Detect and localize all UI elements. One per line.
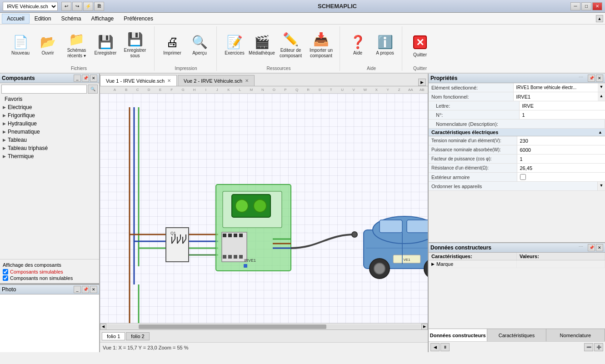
composants-pin-btn[interactable]: 📌 (82, 75, 89, 82)
donnees-close-btn[interactable]: ✕ (596, 244, 603, 251)
editeur-composant-button[interactable]: ✏️ Editeur de composant (276, 29, 305, 63)
svg-point-56 (374, 263, 385, 274)
apercu-button[interactable]: 🔍 Aperçu (186, 29, 213, 63)
composants-search-input[interactable] (1, 85, 87, 94)
exercices-button[interactable]: 📝 Exercices (221, 29, 248, 63)
photo-close-btn[interactable]: ✕ (90, 286, 97, 293)
scroll-thumb-h[interactable] (139, 324, 326, 329)
proprietes-panel: Propriétés ···· 📌 ✕ Elément sélectionné:… (429, 74, 605, 243)
tree-item-frigorifique[interactable]: ▶ Frigorifique (0, 111, 99, 120)
close-button[interactable]: ✕ (592, 2, 602, 10)
donnees-tab-constructeurs[interactable]: Données constructeurs (429, 329, 487, 341)
scroll-right-btn[interactable]: ▶ (421, 324, 428, 330)
importer-composant-button[interactable]: 📥 Importer un composant (306, 29, 336, 63)
svg-point-46 (235, 199, 248, 212)
ouvrir-button[interactable]: 📂 Ouvrir (35, 29, 61, 63)
menu-preferences[interactable]: Préférences (119, 14, 158, 24)
imprimer-button[interactable]: 🖨 Imprimer (159, 29, 185, 63)
menu-schema[interactable]: Schéma (56, 14, 86, 24)
enregistrer-sous-button[interactable]: 💾 Enregistrer sous (120, 29, 150, 63)
toolbar-group-ressources: 📝 Exercices 🎬 Médiathèque ✏️ Editeur de … (218, 26, 340, 71)
composants-close-btn[interactable]: ✕ (90, 75, 97, 82)
prop-element-row: Elément sélectionné: IRVE1 Borne véhicul… (429, 83, 605, 92)
donnees-tab-nomenclature[interactable]: Nomenclature (546, 329, 605, 341)
menu-affichage[interactable]: Affichage (86, 14, 119, 24)
folio-2-tab[interactable]: folio 2 (126, 332, 149, 340)
ruler-label-J: J (211, 88, 223, 92)
tab-vue1-close[interactable]: ✕ (167, 78, 171, 83)
tree-item-electrique[interactable]: ▶ Electrique (0, 103, 99, 111)
prop-element-expand[interactable]: ▼ (598, 83, 605, 90)
prop-facteur-label: Facteur de puissance (cos φ): (429, 155, 517, 163)
scroll-left-btn[interactable]: ◀ (100, 324, 106, 330)
impression-group-label: Impression (175, 65, 197, 71)
composants-search-button[interactable]: 🔍 (88, 85, 98, 94)
prop-ordonner-collapse[interactable]: ▼ (598, 182, 605, 189)
photo-minimize-btn[interactable]: _ (74, 286, 81, 293)
schema-content[interactable]: T1 Q1 (100, 94, 428, 323)
ruler-label-B: B (120, 88, 132, 92)
donnees-cell-marque-label: ▶ Marque (429, 260, 517, 268)
menu-edition[interactable]: Edition (30, 14, 56, 24)
scroll-track-h[interactable] (107, 324, 420, 329)
tree-item-thermique[interactable]: ▶ Thermique (0, 152, 99, 160)
file-selector[interactable]: IRVE Véhicule.sch (3, 2, 58, 11)
toolbar-collapse-btn[interactable]: ▲ (596, 15, 603, 22)
favoris-label: Favoris (5, 96, 22, 102)
nouveau-icon: 📄 (13, 36, 29, 49)
schemas-recents-button[interactable]: 📁 Schémas récents ▾ (62, 29, 91, 63)
donnees-prev-btn[interactable]: ◀ (430, 343, 440, 351)
mediatheque-button[interactable]: 🎬 Médiathèque (249, 29, 275, 63)
prop-lettre-row: Lettre: IRVE (429, 101, 605, 110)
non-simulables-checkbox[interactable] (3, 275, 8, 281)
menu-accueil[interactable]: Accueil (2, 14, 30, 24)
prop-car-elec-collapse[interactable]: ▲ (598, 130, 602, 135)
exterieur-checkbox[interactable] (520, 174, 526, 180)
tree-item-hydraulique[interactable]: ▶ Hydraulique (0, 120, 99, 128)
tree-item-tableau[interactable]: ▶ Tableau (0, 136, 99, 144)
scroll-h-bar: ◀ ▶ (100, 323, 428, 329)
tab-vue1[interactable]: Vue 1 - IRVE Véhicule.sch ✕ (100, 75, 177, 86)
nouveau-button[interactable]: 📄 Nouveau (7, 29, 34, 63)
schema-canvas[interactable]: T1 Q1 (100, 94, 428, 323)
restore-button[interactable]: □ (581, 2, 591, 10)
a-propos-button[interactable]: ℹ️ A propos (372, 29, 398, 63)
tree-item-favoris[interactable]: Favoris (0, 95, 99, 103)
photo-pin-btn[interactable]: 📌 (82, 286, 89, 293)
redo-button[interactable]: ↪ (72, 2, 82, 11)
enregistrer-button[interactable]: 💾 Enregistrer (92, 29, 119, 63)
donnees-pin-btn[interactable]: 📌 (588, 244, 595, 251)
prop-nom-collapse[interactable]: ▲ (598, 92, 605, 100)
donnees-zoom-in-btn[interactable]: ➕ (594, 343, 603, 351)
prop-close-btn[interactable]: ✕ (596, 75, 603, 82)
composants-minimize-btn[interactable]: _ (74, 75, 81, 82)
donnees-zoom-out-btn[interactable]: ➖ (584, 343, 593, 351)
simulables-checkbox[interactable] (3, 269, 8, 274)
tabs-scroll-right[interactable]: ▶ (418, 79, 426, 86)
title-bar-right: ─ □ ✕ (570, 2, 602, 10)
aide-button[interactable]: ❓ Aide (345, 29, 371, 63)
extra-btn1[interactable]: ⚡ (83, 2, 93, 11)
tab-vue2[interactable]: Vue 2 - IRVE Véhicule.sch ✕ (178, 75, 255, 86)
minimize-button[interactable]: ─ (570, 2, 580, 10)
tab-vue2-close[interactable]: ✕ (245, 78, 249, 83)
enregistrer-sous-label: Enregistrer sous (122, 48, 148, 59)
prop-lettre-label: Lettre: (429, 101, 520, 110)
tree-item-tableau-triphase[interactable]: ▶ Tableau triphasé (0, 144, 99, 152)
toolbar: 📄 Nouveau 📂 Ouvrir 📁 Schémas récents ▾ 💾… (0, 25, 605, 74)
marque-expand-icon[interactable]: ▶ (431, 262, 435, 266)
ressources-group-label: Ressources (267, 65, 291, 71)
extra-btn2[interactable]: 🖹 (94, 2, 104, 11)
donnees-tab-caracteristiques[interactable]: Caractéristiques (487, 329, 546, 341)
undo-button[interactable]: ↩ (61, 2, 71, 11)
status-text: Vue 1: X = 15,7 Y = 23,0 Zoom = 55 % (103, 345, 188, 350)
donnees-empty (429, 291, 605, 329)
prop-pin-btn[interactable]: 📌 (588, 75, 595, 82)
donnees-pause-btn[interactable]: ⏸ (440, 343, 450, 351)
quitter-button[interactable]: ✕ Quitter (407, 29, 433, 63)
svg-rect-42 (234, 255, 237, 259)
prop-nomenclature-row: Nomenclature (Description): (429, 120, 605, 129)
tree-item-pneumatique[interactable]: ▶ Pneumatique (0, 128, 99, 136)
prop-header: Propriétés ···· 📌 ✕ (429, 74, 605, 83)
folio-1-tab[interactable]: folio 1 (102, 332, 125, 340)
